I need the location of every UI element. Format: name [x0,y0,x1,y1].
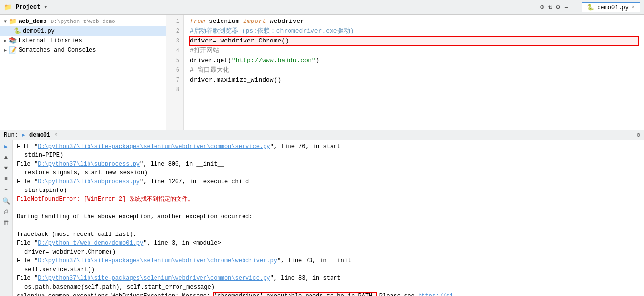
console-line-10: driver= webdriver.Chrome() [17,248,640,256]
console-line-13: File "D:\python37\lib\site-packages\sele… [17,274,640,283]
console-line-4: File "D:\python37\lib\subprocess.py", li… [17,177,640,186]
scratches-icon: 📝 [9,46,17,54]
sidebar-item-web-demo[interactable]: ▼ 📁 web_demo D:\python_t\web_demo [0,17,166,26]
run-gear-icon[interactable]: ⚙ [637,131,640,139]
console-line-15: selenium.common.exceptions.WebDriverExce… [17,292,640,296]
sidebar-scratches-label: Scratches and Consoles [19,47,96,54]
console-line-11: File "D:\python37\lib\site-packages\sele… [17,256,640,265]
console-line-6: FileNotFoundError: [WinError 2] 系统找不到指定的… [17,195,640,204]
run-down-icon[interactable]: ▼ [2,164,11,172]
sidebar-lib-label: External Libraries [19,37,82,44]
link-demo01[interactable]: D:/python_t/web_demo/demo01.py [38,240,143,247]
run-demo-tab[interactable]: demo01 [29,132,50,139]
code-line-6: # 窗口最大化 [190,65,638,75]
top-bar: 📁 Project ▾ ⊕ ⇅ ⚙ – 🐍 demo01.py × [0,0,644,15]
tab-file-icon: 🐍 [587,4,594,11]
run-tab-close[interactable]: × [54,132,57,138]
run-label: Run: [4,132,18,139]
console-line-8: Traceback (most recent call last): [17,230,640,239]
run-print-icon[interactable]: ⎙ [2,208,11,216]
sidebar-item-demo01[interactable]: 🐍 demo01.py [0,26,166,36]
run-filter-icon[interactable]: ≡ [2,174,11,183]
tree-arrow-expanded: ▼ [4,19,7,24]
lib-icon: 📚 [9,37,17,44]
sidebar-folder-name: web_demo [19,18,47,25]
code-line-7: driver.maximize_window() [190,75,638,85]
tree-arrow-scratches: ▶ [4,47,7,53]
console-line-3: restore_signals, start_new_session) [17,169,640,177]
line-numbers: 1 2 3 4 5 6 7 8 [166,15,184,130]
console-line-1: stdin=PIPE) [17,151,640,160]
console-line-2: File "D:\python37\lib\subprocess.py", li… [17,160,640,169]
console-line-empty2 [17,221,640,230]
run-panel-header: Run: ▶ demo01 × ⚙ [0,130,644,140]
editor-tab-demo01[interactable]: 🐍 demo01.py × [582,2,640,12]
code-line-3: driver= webdriver.Chrome() [190,36,638,46]
console-output: FILE "D:\python37\lib\site-packages\sele… [13,140,644,296]
folder-icon: 📁 [9,18,17,25]
code-line-8 [190,85,638,95]
bottom-run-panel: Run: ▶ demo01 × ⚙ ▶ ▲ ▼ ≡ ≡ 🔍 ⎙ 🗑 [0,130,644,296]
console-line-12: self.service.start() [17,265,640,274]
console-line-7: During handling of the above exception, … [17,212,640,221]
run-content-area: ▶ ▲ ▼ ≡ ≡ 🔍 ⎙ 🗑 FILE "D:\python37\lib\si… [0,140,644,296]
run-search-icon[interactable]: 🔍 [2,197,11,206]
sidebar-item-scratches[interactable]: ▶ 📝 Scratches and Consoles [0,45,166,55]
settings-icon[interactable]: ⚙ [556,3,560,11]
link-subprocess-1[interactable]: D:\python37\lib\subprocess.py [38,161,140,168]
link-subprocess-2[interactable]: D:\python37\lib\subprocess.py [38,178,140,185]
code-line-2: #启动谷歌浏览器 (ps:依赖：chromedriver.exe驱动) [190,26,638,36]
code-line-1: from selenium import webdriver [190,17,638,26]
sync-icon[interactable]: ⇅ [548,3,552,11]
code-line-4: #打开网站 [190,46,638,56]
console-line-0: FILE "D:\python37\lib\site-packages\sele… [17,142,640,151]
tab-close-icon[interactable]: × [632,5,635,10]
run-delete-icon[interactable]: 🗑 [2,218,11,227]
run-filter2-icon[interactable]: ≡ [2,186,11,195]
console-line-14: os.path.basename(self.path), self.start_… [17,283,640,292]
sidebar-folder-path: D:\python_t\web_demo [51,19,115,24]
console-line-empty1 [17,204,640,212]
code-editor-area[interactable]: 1 2 3 4 5 6 7 8 from selenium import web… [166,15,644,130]
link-service-py-2[interactable]: D:\python37\lib\site-packages\selenium\w… [38,275,270,282]
error-highlight-box: 'chromedriver' executable needs to be in… [214,293,376,296]
tab-filename: demo01.py [597,4,629,11]
sidebar-item-external-libraries[interactable]: ▶ 📚 External Libraries [0,36,166,45]
console-line-5: startupinfo) [17,186,640,195]
run-icon: ▶ [22,131,25,139]
code-content[interactable]: from selenium import webdriver #启动谷歌浏览器 … [184,15,644,130]
python-file-icon: 🐍 [14,27,21,35]
tree-arrow-collapsed: ▶ [4,38,7,43]
run-play-icon[interactable]: ▶ [2,142,11,151]
link-see-url[interactable]: https://si [418,293,453,296]
minimize-icon[interactable]: – [564,3,568,11]
run-up-icon[interactable]: ▲ [2,153,11,162]
project-folder-icon: 📁 [4,3,12,11]
console-line-9: File "D:/python_t/web_demo/demo01.py", l… [17,239,640,248]
project-label: Project [16,4,40,11]
link-service-py-1[interactable]: D:\python37\lib\site-packages\selenium\w… [38,143,270,150]
code-line-5: driver.get("http://www.baidu.com") [190,56,638,65]
project-dropdown-icon[interactable]: ▾ [44,4,47,10]
link-chrome-webdriver[interactable]: D:\python37\lib\site-packages\selenium\w… [38,257,277,264]
project-sidebar: ▼ 📁 web_demo D:\python_t\web_demo 🐍 demo… [0,15,166,130]
sidebar-file-name: demo01.py [23,28,55,35]
add-icon[interactable]: ⊕ [540,3,544,11]
run-sidebar: ▶ ▲ ▼ ≡ ≡ 🔍 ⎙ 🗑 [0,140,13,296]
